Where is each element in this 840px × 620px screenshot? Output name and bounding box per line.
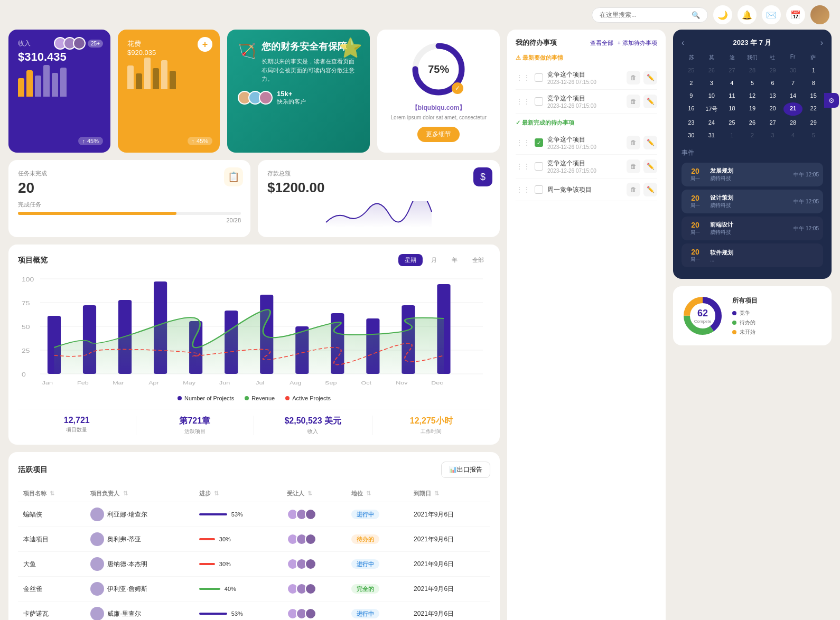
calendar-icon[interactable]: 📅: [786, 5, 805, 24]
drag-handle-icon[interactable]: ⋮⋮: [516, 97, 530, 106]
delete-todo-button[interactable]: 🗑: [627, 183, 640, 196]
calendar-day[interactable]: 6: [763, 77, 782, 89]
delete-todo-button[interactable]: 🗑: [627, 71, 640, 84]
calendar-day[interactable]: 25: [722, 117, 742, 128]
todo-item: ⋮⋮ 竞争这个项目 2023-12-26 07:15:00 🗑 ✏️: [516, 66, 657, 90]
stat-label-projects: 项目数量: [18, 426, 136, 434]
tab-month[interactable]: 月: [425, 254, 443, 266]
drag-handle-icon[interactable]: ⋮⋮: [516, 185, 530, 194]
calendar-day[interactable]: 23: [682, 117, 701, 128]
todo-checkbox[interactable]: [535, 73, 543, 82]
calendar-day[interactable]: 26: [743, 117, 762, 128]
notification-icon[interactable]: 🔔: [738, 5, 757, 24]
calendar-day[interactable]: 15: [804, 90, 823, 101]
todo-checkbox[interactable]: [535, 185, 543, 194]
calendar-day[interactable]: 4: [722, 77, 742, 89]
user-avatar[interactable]: [810, 5, 829, 24]
sort-icon[interactable]: ⇅: [50, 490, 54, 496]
calendar-day[interactable]: 5: [804, 129, 823, 141]
tab-week[interactable]: 星期: [398, 254, 423, 266]
calendar-day[interactable]: 10: [702, 90, 722, 101]
bar: [161, 60, 167, 89]
tasks-count-label: 20/28: [18, 217, 241, 223]
edit-todo-button[interactable]: ✏️: [643, 183, 657, 196]
calendar-day[interactable]: 29: [763, 64, 782, 76]
cal-next-button[interactable]: ›: [820, 38, 823, 48]
tab-all[interactable]: 全部: [466, 254, 490, 266]
todo-checkbox[interactable]: [535, 162, 543, 171]
calendar-day[interactable]: 1: [804, 64, 823, 76]
add-todo-button[interactable]: + 添加待办事项: [618, 39, 657, 47]
calendar-day[interactable]: 19: [743, 102, 762, 116]
view-all-todo-button[interactable]: 查看全部: [590, 39, 613, 47]
calendar-day[interactable]: 26: [702, 64, 722, 76]
event-day-label: 周一: [686, 202, 705, 209]
calendar-day[interactable]: 3: [702, 77, 722, 89]
cal-prev-button[interactable]: ‹: [682, 38, 684, 48]
calendar-day[interactable]: 9: [682, 90, 701, 101]
circle-description: Lorem ipsum dolor sat amet, consectetur: [391, 115, 487, 120]
search-box[interactable]: 🔍: [592, 7, 708, 23]
drag-handle-icon[interactable]: ⋮⋮: [516, 162, 530, 171]
edit-todo-button[interactable]: ✏️: [643, 95, 657, 108]
calendar-day[interactable]: 12: [743, 90, 762, 101]
calendar-day[interactable]: 25: [682, 64, 701, 76]
sort-icon[interactable]: ⇅: [307, 490, 312, 496]
event-org: 威特科技: [710, 202, 788, 209]
calendar-day[interactable]: 27: [722, 64, 742, 76]
search-input[interactable]: [600, 11, 687, 18]
edit-todo-button[interactable]: ✏️: [643, 71, 657, 84]
todo-checkbox-checked[interactable]: ✓: [535, 138, 543, 147]
sort-icon[interactable]: ⇅: [434, 490, 439, 496]
calendar-day[interactable]: 13: [763, 90, 782, 101]
add-expense-button[interactable]: +: [198, 37, 212, 52]
export-button[interactable]: 📊出口报告: [441, 462, 490, 478]
calendar-day[interactable]: 3: [763, 129, 782, 141]
edit-todo-button[interactable]: ✏️: [643, 136, 657, 149]
calendar-day[interactable]: 24: [702, 117, 722, 128]
more-details-button[interactable]: 更多细节: [417, 127, 460, 142]
calendar-day[interactable]: 28: [743, 64, 762, 76]
calendar-day[interactable]: 2: [743, 129, 762, 141]
mail-icon[interactable]: ✉️: [762, 5, 781, 24]
calendar-day[interactable]: 22: [804, 102, 823, 116]
calendar-day[interactable]: 14: [783, 90, 803, 101]
theme-toggle-icon[interactable]: 🌙: [713, 5, 732, 24]
calendar-day[interactable]: 30: [682, 129, 701, 141]
sort-icon[interactable]: ⇅: [123, 490, 128, 496]
calendar-day[interactable]: 8: [804, 77, 823, 89]
drag-handle-icon[interactable]: ⋮⋮: [516, 73, 530, 82]
calendar-day[interactable]: 16: [682, 102, 701, 116]
calendar-day[interactable]: 2: [682, 77, 701, 89]
promo-description: 长期以来的事实是，读者在查看页面布局时会被页面的可读内容分散注意力。: [262, 57, 359, 83]
revenue-chart: [18, 70, 101, 97]
calendar-settings-icon[interactable]: ⚙: [824, 93, 839, 108]
calendar-day[interactable]: 1: [722, 129, 742, 141]
delete-todo-button[interactable]: 🗑: [627, 95, 640, 108]
calendar-day[interactable]: 21: [783, 102, 803, 116]
event-time: 中午 12:05: [794, 225, 819, 232]
calendar-day[interactable]: 18: [722, 102, 742, 116]
chart-tab-group[interactable]: 星期 月 年 全部: [398, 254, 490, 266]
calendar-day[interactable]: 27: [763, 117, 782, 128]
sort-icon[interactable]: ⇅: [366, 490, 371, 496]
calendar-day[interactable]: 30: [783, 64, 803, 76]
calendar-day[interactable]: 29: [804, 117, 823, 128]
calendar-day[interactable]: 20: [763, 102, 782, 116]
sort-icon[interactable]: ⇅: [214, 490, 219, 496]
calendar-day[interactable]: 31: [702, 129, 722, 141]
delete-todo-button[interactable]: 🗑: [627, 136, 640, 149]
edit-todo-button[interactable]: ✏️: [643, 159, 657, 173]
delete-todo-button[interactable]: 🗑: [627, 159, 640, 173]
calendar-day[interactable]: 4: [783, 129, 803, 141]
drag-handle-icon[interactable]: ⋮⋮: [516, 138, 530, 147]
todo-header: 我的待办事项 查看全部 + 添加待办事项: [516, 38, 657, 48]
calendar-day[interactable]: 7: [783, 77, 803, 89]
todo-text: 竞争这个项目 2023-12-26 07:15:00: [547, 70, 622, 85]
calendar-day[interactable]: 11: [722, 90, 742, 101]
calendar-day[interactable]: 17号: [702, 102, 722, 116]
calendar-day[interactable]: 5: [743, 77, 762, 89]
tab-year[interactable]: 年: [445, 254, 464, 266]
calendar-day[interactable]: 28: [783, 117, 803, 128]
todo-checkbox[interactable]: [535, 97, 543, 106]
